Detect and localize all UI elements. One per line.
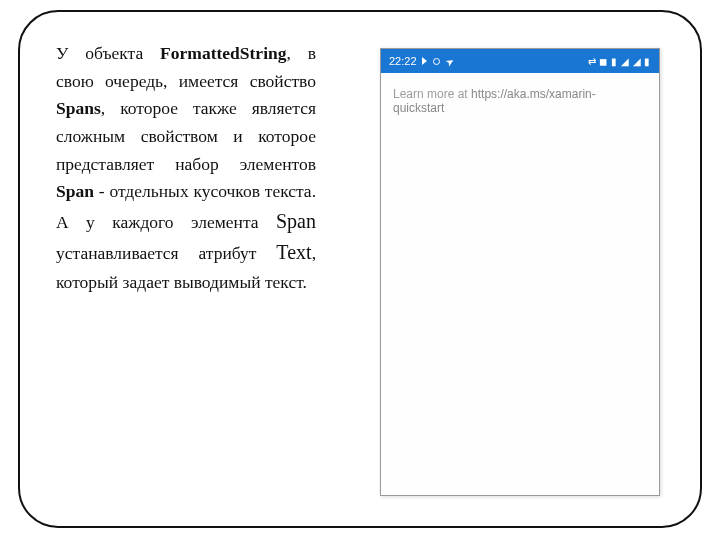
text-run: У объекта bbox=[56, 43, 160, 63]
keyword-span-2: Span bbox=[276, 210, 316, 232]
status-left: 22:22 ➤ bbox=[389, 55, 455, 67]
play-icon bbox=[422, 57, 427, 65]
phone-screenshot: 22:22 ➤ ⇄ ◼ ▮ ◢ ◢ ▮ Learn more at https:… bbox=[380, 48, 660, 496]
keyword-span: Span bbox=[56, 181, 94, 201]
slide-frame: У объекта FormattedString, в свою очеред… bbox=[18, 10, 702, 528]
keyword-spans: Spans bbox=[56, 98, 101, 118]
status-bar: 22:22 ➤ ⇄ ◼ ▮ ◢ ◢ ▮ bbox=[381, 49, 659, 73]
learn-prefix: Learn more at bbox=[393, 87, 471, 101]
keyword-text: Text bbox=[276, 241, 311, 263]
clock-label: 22:22 bbox=[389, 55, 417, 67]
body-text: У объекта FormattedString, в свою очеред… bbox=[56, 40, 316, 498]
status-right: ⇄ ◼ ▮ ◢ ◢ ▮ bbox=[588, 56, 651, 67]
learn-more-text: Learn more at https://aka.ms/xamarin-qui… bbox=[381, 73, 659, 129]
telegram-icon: ➤ bbox=[443, 54, 455, 68]
text-run: устанавливается атрибут bbox=[56, 243, 276, 263]
screenshot-column: 22:22 ➤ ⇄ ◼ ▮ ◢ ◢ ▮ Learn more at https:… bbox=[346, 40, 664, 498]
text-run: - bbox=[94, 181, 105, 201]
whatsapp-icon bbox=[433, 58, 440, 65]
keyword-formattedstring: FormattedString bbox=[160, 43, 286, 63]
